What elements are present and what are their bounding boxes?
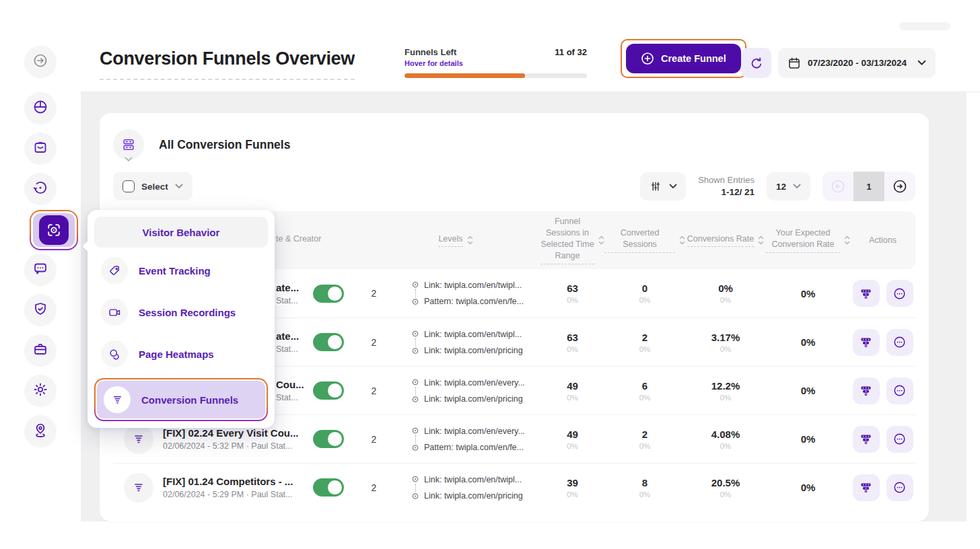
sidebar-item-location[interactable] [24,415,57,447]
funnel-name: [FIX] 02.24 Every Visit Cou... [163,427,298,439]
menu-item-event-tracking[interactable]: Event Tracking [94,252,268,289]
funnel-date: Stat... [276,296,299,305]
funnel-steps: Link: twipla.com/en/every... Pattern: tw… [392,425,540,453]
sidebar-item-privacy[interactable] [24,294,57,326]
create-funnel-button[interactable]: Create Funnel [626,44,741,73]
page-header: Conversion Funnels Overview Funnels Left… [81,0,980,92]
funnel-chart-icon [859,287,873,301]
rate-cell: 20.5%0% [685,477,766,499]
ellipsis-circle-icon [893,383,907,398]
ellipsis-circle-icon [893,335,907,349]
plus-circle-icon [641,52,654,65]
column-header-expected[interactable]: Your Expected Conversion Rate [766,227,850,253]
step-connector [415,484,416,492]
panel-title: All Conversion Funnels [159,138,290,152]
open-funnel-button[interactable] [853,280,880,307]
page-size-dropdown[interactable]: 12 [767,172,810,200]
date-range-picker[interactable]: 07/23/2020 - 03/13/2024 [778,48,936,78]
next-page-button[interactable] [884,172,915,201]
more-options-button[interactable] [886,329,913,356]
funnel-name: ate... [276,330,299,342]
levels-count: 2 [355,386,392,396]
menu-item-page-heatmaps[interactable]: Page Heatmaps [94,335,268,373]
pie-chart-icon [32,99,48,118]
enabled-toggle[interactable] [313,333,344,351]
column-settings-button[interactable] [640,172,686,200]
step-start-icon [411,379,419,387]
rate-cell: 0%0% [685,283,766,304]
menu-item-session-recordings[interactable]: Session Recordings [94,293,268,331]
sessions-cell: 630% [540,283,604,304]
chevron-down-icon [793,184,801,189]
ellipsis-circle-icon [893,480,907,495]
open-funnel-button[interactable] [853,426,880,453]
sessions-cell: 490% [540,380,604,402]
open-funnel-button[interactable] [853,377,880,404]
funnel-row-icon [124,425,153,454]
enabled-toggle[interactable] [313,381,344,400]
converted-cell: 80% [604,477,685,499]
refresh-button[interactable] [741,48,771,78]
briefcase-icon [32,341,48,360]
open-funnel-button[interactable] [853,329,880,356]
sliders-icon [649,180,662,193]
create-funnel-highlight: Create Funnel [621,39,746,78]
gear-icon [32,381,48,400]
open-funnel-button[interactable] [853,474,880,501]
column-header-levels[interactable]: Levels [382,233,530,248]
step-start-icon [411,427,419,435]
more-options-button[interactable] [886,474,913,501]
panel-source-selector[interactable] [113,129,144,160]
enabled-toggle[interactable] [313,430,344,448]
chevron-down-icon [175,184,183,189]
select-button[interactable]: Select [113,172,193,200]
video-camera-icon [101,299,128,326]
converted-cell: 20% [604,429,685,450]
visitor-behavior-icon [39,215,69,245]
sidebar-collapse-button[interactable] [24,46,57,78]
column-header-converted[interactable]: Converted Sessions [604,227,685,253]
funnels-left-label: Funnels Left [405,47,463,57]
chat-bubble-icon [32,260,48,279]
shown-entries: Shown Entries 1-12/ 21 [698,174,755,198]
funnel-date: Stat... [276,393,304,402]
funnels-left-progress-fill [405,73,525,78]
step-connector [415,387,416,395]
funnels-left-details-link[interactable]: Hover for details [405,59,463,67]
levels-count: 2 [355,482,392,493]
shield-check-icon [32,301,48,320]
more-options-button[interactable] [886,377,913,404]
sidebar-item-settings[interactable] [24,375,57,407]
prev-page-button[interactable] [823,172,853,201]
sidebar-item-visitor-behavior[interactable] [30,210,78,250]
more-options-button[interactable] [886,280,913,307]
arrow-left-circle-icon [830,178,846,194]
column-header-rate[interactable]: Conversions Rate [685,233,766,248]
ellipsis-circle-icon [893,287,907,301]
chevron-down-icon [917,60,926,66]
funnel-row-icon [124,473,153,503]
column-header-sessions[interactable]: Funnel Sessions in Selected Time Range [540,216,604,264]
menu-item-conversion-funnels[interactable]: Conversion Funnels [97,381,265,418]
rate-cell: 4.08%0% [685,429,766,450]
step-end-icon [411,443,419,451]
sidebar-item-feedback[interactable] [24,254,57,286]
visitor-behavior-flyout: Visitor Behavior Event Tracking Session … [88,210,275,428]
sidebar-item-dashboard[interactable] [24,92,57,124]
sidebar-item-history[interactable] [24,173,57,205]
expected-rate-cell: 0% [766,288,850,299]
step-end-icon [411,297,419,305]
funnel-steps: Link: twipla.com/en/twipl... Link: twipl… [392,328,540,357]
table-row[interactable]: [FIX] 01.24 Competitors - ...02/06/2024 … [113,463,915,511]
sessions-cell: 630% [540,332,604,353]
sort-icon [844,235,850,245]
column-header-actions: Actions [850,235,915,246]
enabled-toggle[interactable] [313,478,344,497]
sidebar-item-company[interactable] [24,334,57,367]
more-options-button[interactable] [886,426,913,453]
current-page[interactable]: 1 [853,172,884,201]
sidebar-item-inbox[interactable] [24,133,57,165]
select-all-checkbox[interactable] [123,180,135,192]
converted-cell: 20% [604,332,685,353]
enabled-toggle[interactable] [313,285,344,303]
